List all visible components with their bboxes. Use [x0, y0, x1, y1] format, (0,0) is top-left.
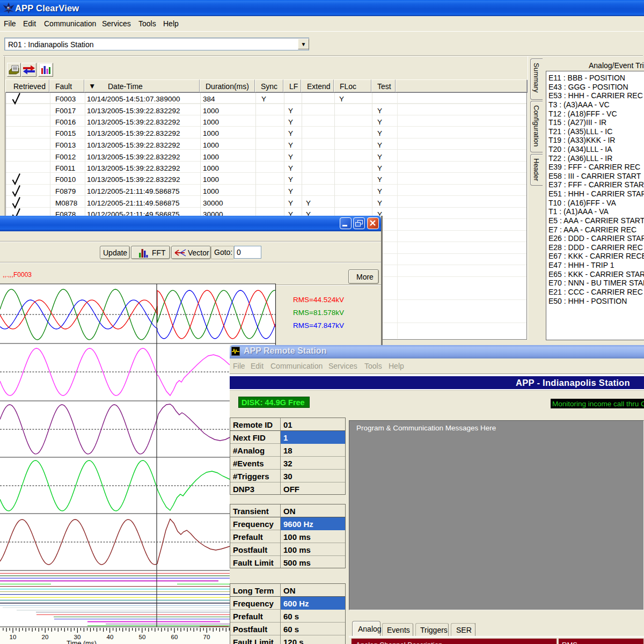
svg-text:50: 50 [139, 634, 146, 640]
svg-text:70: 70 [203, 634, 210, 640]
svg-text:Time (ms): Time (ms) [67, 640, 97, 644]
svg-text:20: 20 [42, 634, 49, 640]
svg-text:40: 40 [107, 634, 114, 640]
svg-text:10: 10 [10, 634, 17, 640]
svg-text:60: 60 [171, 634, 178, 640]
